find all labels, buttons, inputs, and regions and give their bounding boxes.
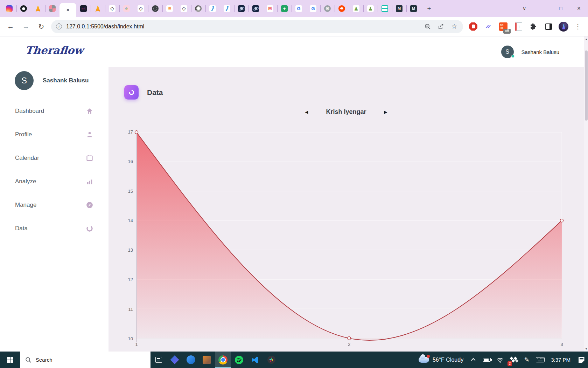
taskbar-search[interactable]: Search [20, 352, 150, 368]
scrollbar-thumb[interactable] [585, 50, 588, 121]
scroll-up-arrow-icon[interactable]: ▲ [584, 38, 588, 40]
tab-reddit[interactable] [335, 0, 349, 17]
tab-chess-pawn[interactable]: ♟ [349, 0, 363, 17]
sidebar-item-analyze[interactable]: Analyze [0, 170, 108, 193]
tab-monkeytype[interactable]: mt [76, 0, 91, 17]
tab-stackoverflow[interactable]: ≡ [162, 0, 177, 17]
close-tab-icon[interactable]: × [66, 7, 70, 13]
tab-dark-globe[interactable] [148, 0, 162, 17]
header-user-chip[interactable]: S Sashank Balusu [501, 46, 559, 58]
tab-cube[interactable]: ◇ [177, 0, 191, 17]
tab-green-cross[interactable]: + [277, 0, 292, 17]
pen-icon[interactable]: ✎ [520, 352, 533, 368]
minimize-button[interactable]: — [533, 0, 552, 17]
puzzle-extensions-icon[interactable] [529, 22, 538, 31]
tab-m-dark[interactable]: M [392, 0, 406, 17]
tab-search-chevron-icon[interactable]: ∨ [515, 0, 533, 17]
stop-hand-extension-icon[interactable] [469, 22, 478, 31]
new-tab-button[interactable]: + [421, 0, 438, 17]
y-axis-tick-label: 10 [108, 336, 133, 341]
tab-teal-grid[interactable] [378, 0, 392, 17]
prev-arrow-icon[interactable]: ◄ [304, 109, 309, 115]
vscode-taskbar-icon[interactable] [247, 352, 263, 368]
hidden-icons-chevron[interactable] [467, 352, 480, 368]
tab-cube[interactable]: ◇ [134, 0, 148, 17]
sidebar-item-data[interactable]: Data [0, 217, 108, 240]
tab-firebase[interactable] [31, 0, 45, 17]
next-arrow-icon[interactable]: ► [383, 109, 388, 115]
page-scrollbar[interactable]: ▲ ▼ [584, 36, 588, 352]
tab-person-blue[interactable] [205, 0, 220, 17]
cloud-icon [419, 357, 429, 363]
sidebar-item-dashboard[interactable]: Dashboard [0, 99, 108, 123]
teal-grid-favicon [382, 5, 388, 12]
url-text[interactable]: 127.0.0.1:5500/dash/index.html [66, 23, 420, 30]
scroll-down-arrow-icon[interactable]: ▼ [584, 348, 588, 350]
clock[interactable]: 3:37 PM [547, 357, 575, 363]
bookmark-star-icon[interactable]: ☆ [450, 23, 458, 30]
touch-keyboard-icon[interactable] [533, 352, 547, 368]
tab-gmail[interactable]: M [263, 0, 277, 17]
slack-taskbar-icon[interactable] [263, 352, 279, 368]
close-window-button[interactable]: × [570, 0, 588, 17]
tab-pink-app[interactable] [119, 0, 134, 17]
reload-button[interactable]: ↻ [36, 21, 47, 32]
browser-menu-icon[interactable]: ⋮ [573, 23, 583, 30]
app-logo: Theraflow [0, 44, 109, 56]
tab-google[interactable]: G [292, 0, 306, 17]
start-button[interactable] [0, 352, 20, 368]
tab-m-dark[interactable]: M [406, 0, 421, 17]
tab-cube[interactable]: ◇ [105, 0, 119, 17]
forward-button[interactable]: → [20, 21, 31, 32]
action-center-icon[interactable] [575, 352, 588, 368]
sync-app-icon[interactable]: 2 [507, 352, 520, 368]
core-extension-icon[interactable]: CORe off [499, 22, 508, 31]
sidebar-item-manage[interactable]: Manage [0, 193, 108, 217]
space-favicon [252, 5, 259, 12]
m-dark-favicon: M [396, 5, 402, 12]
app-blue-2-taskbar-icon[interactable] [183, 352, 199, 368]
sidebar-item-profile[interactable]: Profile [0, 123, 108, 146]
site-info-icon[interactable]: i [56, 23, 62, 29]
active-tab[interactable]: × [59, 3, 76, 17]
extension-off-badge: off [503, 29, 511, 34]
tab-person-blue[interactable] [220, 0, 234, 17]
wifi-icon[interactable] [493, 352, 507, 368]
data-panel: Data ◄ Krish Iyengar ► 10111213141516171… [108, 67, 584, 352]
x-axis-tick-label: 2 [344, 342, 355, 347]
tab-chess-pawn[interactable]: ♟ [363, 0, 378, 17]
maximize-button[interactable]: □ [552, 0, 570, 17]
search-placeholder: Search [36, 357, 52, 363]
weather-widget[interactable]: 56°F Cloudy [415, 357, 467, 363]
journal-extension-icon[interactable]: ↑ [514, 22, 523, 31]
system-tray: 56°F Cloudy 2 ✎ 3:37 PM [415, 352, 588, 368]
tab-space[interactable] [248, 0, 263, 17]
tab-globe[interactable]: ⊕ [320, 0, 335, 17]
share-icon[interactable] [437, 23, 445, 30]
main-content: S Sashank Balusu Data ◄ Krish Iyengar ► [108, 36, 584, 352]
address-bar[interactable]: i 127.0.0.1:5500/dash/index.html ☆ [51, 20, 463, 33]
zoom-out-icon[interactable] [424, 23, 432, 30]
tab-firebase[interactable] [91, 0, 105, 17]
task-view-button[interactable] [150, 352, 167, 368]
instagram-favicon [6, 5, 13, 12]
battery-icon[interactable] [480, 352, 493, 368]
double-check-extension-icon[interactable]: ✓✓ [484, 22, 493, 31]
side-panel-icon[interactable] [544, 22, 553, 31]
sidebar-item-calendar[interactable]: Calendar [0, 146, 108, 170]
tab-grid-app[interactable] [45, 0, 59, 17]
sidebar-nav: DashboardProfileCalendarAnalyzeManageDat… [0, 99, 108, 240]
app-amber-taskbar-icon[interactable] [199, 352, 215, 368]
back-button[interactable]: ← [5, 21, 16, 32]
tab-google[interactable]: G [306, 0, 320, 17]
tab-space[interactable] [234, 0, 248, 17]
spotify-taskbar-icon[interactable] [231, 352, 247, 368]
dark-globe-favicon [152, 5, 159, 12]
browser-profile-avatar[interactable] [559, 22, 568, 32]
app-blue-1-taskbar-icon[interactable] [167, 352, 183, 368]
tab-chrome-gray[interactable] [191, 0, 205, 17]
tab-github[interactable] [16, 0, 31, 17]
tab-instagram[interactable] [2, 0, 16, 17]
chrome-taskbar-icon[interactable] [215, 352, 231, 368]
y-axis-tick-label: 11 [108, 307, 133, 312]
